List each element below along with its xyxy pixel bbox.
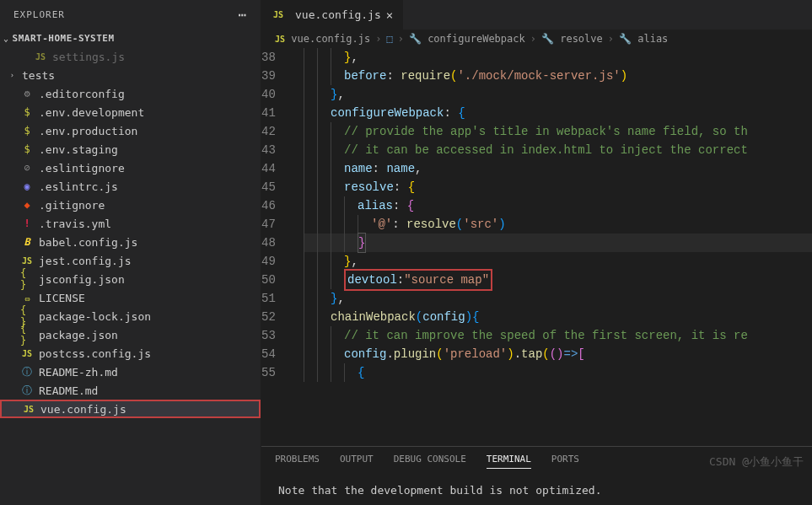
- line-gutter: 383940414243444546474849505152535455: [261, 48, 304, 446]
- code-line[interactable]: alias: {: [304, 196, 812, 215]
- line-number: 49: [261, 252, 288, 271]
- breadcrumb-item[interactable]: 🔧 configureWebpack: [409, 33, 525, 45]
- file-name: .gitignore: [39, 199, 105, 212]
- file-item[interactable]: !.travis.yml: [0, 214, 261, 233]
- close-icon[interactable]: ×: [386, 8, 393, 22]
- file-item[interactable]: $.env.production: [0, 121, 261, 140]
- file-name: .editorconfig: [39, 88, 125, 100]
- file-item[interactable]: JSpostcss.config.js: [0, 344, 261, 363]
- file-item[interactable]: { }package-lock.json: [0, 307, 261, 325]
- code-line[interactable]: {: [304, 363, 812, 382]
- file-name: .eslintignore: [39, 162, 125, 175]
- line-number: 41: [261, 104, 288, 122]
- file-name: .env.staging: [39, 143, 118, 156]
- code-editor[interactable]: 383940414243444546474849505152535455 },b…: [261, 48, 812, 446]
- file-item[interactable]: Bbabel.config.js: [0, 233, 261, 251]
- file-item[interactable]: JSvue.config.js: [0, 400, 261, 418]
- file-item[interactable]: ⓘREADME.md: [0, 381, 261, 400]
- line-number: 45: [261, 178, 288, 196]
- file-item[interactable]: JSsettings.js: [0, 47, 261, 66]
- breadcrumb-item[interactable]: JS vue.config.js: [275, 33, 370, 45]
- code-line[interactable]: // it can improve the speed of the first…: [304, 326, 812, 345]
- line-number: 48: [261, 234, 288, 252]
- panel-tab-debug-console[interactable]: DEBUG CONSOLE: [394, 454, 466, 469]
- line-number: 38: [261, 48, 288, 67]
- file-name: .travis.yml: [39, 218, 111, 230]
- code-line[interactable]: },: [304, 289, 812, 308]
- code-line[interactable]: // provide the app's title in webpack's …: [304, 122, 812, 141]
- code-line[interactable]: config.plugin('preload').tap(() => [: [304, 345, 812, 363]
- file-item[interactable]: JSjest.config.js: [0, 251, 261, 270]
- code-line[interactable]: // it can be accessed in index.html to i…: [304, 141, 812, 159]
- panel-tab-ports[interactable]: PORTS: [551, 454, 579, 469]
- file-item[interactable]: ◉.eslintrc.js: [0, 177, 261, 196]
- file-item[interactable]: ⚙.editorconfig: [0, 84, 261, 103]
- file-name: LICENSE: [39, 292, 85, 304]
- file-item[interactable]: $.env.development: [0, 103, 261, 121]
- line-number: 51: [261, 289, 288, 308]
- terminal-content[interactable]: Note that the development build is not o…: [261, 475, 812, 505]
- file-name: babel.config.js: [39, 236, 137, 249]
- file-item[interactable]: ⏛LICENSE: [0, 288, 261, 307]
- code-line[interactable]: devtool:"source map": [304, 271, 812, 289]
- file-name: package-lock.json: [39, 310, 151, 323]
- code-line[interactable]: resolve: {: [304, 178, 812, 196]
- panel-tab-terminal[interactable]: TERMINAL: [487, 454, 531, 469]
- line-number: 54: [261, 345, 288, 363]
- main-area: JS vue.config.js × JS vue.config.js›⬚ ›🔧…: [261, 0, 812, 505]
- file-item[interactable]: ⊘.eslintignore: [0, 158, 261, 177]
- file-item[interactable]: { }package.json: [0, 325, 261, 344]
- folder-item[interactable]: ›tests: [0, 66, 261, 84]
- folder-name: tests: [22, 69, 55, 82]
- line-number: 42: [261, 122, 288, 141]
- file-name: README-zh.md: [39, 366, 118, 379]
- file-name: jest.config.js: [39, 255, 132, 267]
- file-name: package.json: [39, 329, 118, 341]
- line-number: 43: [261, 141, 288, 159]
- workspace-name: SMART-HOME-SYSTEM: [13, 33, 115, 44]
- file-name: postcss.config.js: [39, 347, 151, 360]
- line-number: 50: [261, 271, 288, 289]
- line-number: 55: [261, 363, 288, 382]
- file-name: vue.config.js: [40, 403, 126, 416]
- code-line[interactable]: },: [304, 48, 812, 67]
- file-item[interactable]: { }jsconfig.json: [0, 270, 261, 288]
- code-line[interactable]: },: [304, 252, 812, 271]
- explorer-sidebar: EXPLORER ⋯ ⌄ SMART-HOME-SYSTEM JSsetting…: [0, 0, 261, 505]
- line-number: 44: [261, 159, 288, 178]
- file-name: settings.js: [52, 51, 125, 63]
- breadcrumb-item[interactable]: ⬚: [386, 33, 392, 45]
- code-line[interactable]: },: [304, 85, 812, 104]
- panel-tab-output[interactable]: OUTPUT: [340, 454, 374, 469]
- workspace-header[interactable]: ⌄ SMART-HOME-SYSTEM: [0, 30, 261, 47]
- chevron-down-icon: ⌄: [3, 34, 9, 43]
- file-name: README.md: [39, 384, 98, 397]
- explorer-header: EXPLORER ⋯: [0, 0, 261, 30]
- line-number: 52: [261, 308, 288, 326]
- file-item[interactable]: ⓘREADME-zh.md: [0, 363, 261, 381]
- file-tree[interactable]: JSsettings.js›tests⚙.editorconfig$.env.d…: [0, 47, 261, 505]
- tab-label: vue.config.js: [295, 8, 381, 21]
- file-item[interactable]: ◆.gitignore: [0, 196, 261, 214]
- code-line[interactable]: }: [304, 234, 812, 252]
- file-item[interactable]: $.env.staging: [0, 140, 261, 158]
- line-number: 39: [261, 67, 288, 85]
- breadcrumb-item[interactable]: 🔧 alias: [619, 33, 668, 45]
- breadcrumb[interactable]: JS vue.config.js›⬚ ›🔧 configureWebpack›🔧…: [261, 30, 812, 48]
- line-number: 40: [261, 85, 288, 104]
- js-icon: JS: [272, 8, 285, 22]
- code-line[interactable]: '@': resolve('src'): [304, 215, 812, 234]
- panel-tab-problems[interactable]: PROBLEMS: [275, 454, 320, 469]
- file-name: jsconfig.json: [39, 273, 125, 286]
- breadcrumb-item[interactable]: 🔧 resolve: [541, 33, 603, 45]
- breadcrumb-separator: ›: [375, 33, 381, 45]
- code-line[interactable]: configureWebpack: {: [304, 104, 812, 122]
- tab-vue-config[interactable]: JS vue.config.js ×: [261, 0, 404, 30]
- explorer-title: EXPLORER: [13, 9, 65, 20]
- code-line[interactable]: chainWebpack(config) {: [304, 308, 812, 326]
- breadcrumb-separator: ›: [608, 33, 614, 45]
- more-actions-icon[interactable]: ⋯: [238, 7, 247, 23]
- code-line[interactable]: name: name,: [304, 159, 812, 178]
- code-line[interactable]: before: require('./mock/mock-server.js'): [304, 67, 812, 85]
- code-content[interactable]: },before: require('./mock/mock-server.js…: [304, 48, 812, 446]
